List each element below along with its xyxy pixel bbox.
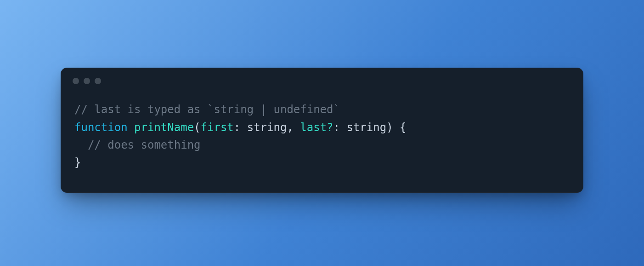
code-paren-close: )	[386, 121, 393, 134]
code-param-last: last?	[300, 121, 333, 134]
code-block: // last is typed as `string | undefined`…	[61, 88, 583, 193]
code-comment-line-1: // last is typed as `string | undefined`	[74, 103, 340, 116]
code-colon: :	[333, 121, 347, 134]
code-brace-close: }	[74, 156, 81, 169]
code-type-string-1: string	[247, 121, 287, 134]
code-comma: ,	[287, 121, 300, 134]
code-function-name: printName	[134, 121, 194, 134]
traffic-light-minimize-icon[interactable]	[84, 78, 90, 84]
code-colon: :	[234, 121, 247, 134]
traffic-light-close-icon[interactable]	[73, 78, 79, 84]
code-paren-open: (	[194, 121, 200, 134]
code-space	[128, 121, 134, 134]
code-type-string-2: string	[346, 121, 386, 134]
code-comment-line-3: // does something	[88, 139, 201, 151]
code-brace-open: {	[400, 121, 406, 134]
traffic-light-zoom-icon[interactable]	[95, 78, 101, 84]
code-keyword-function: function	[74, 121, 128, 134]
code-param-first: first	[201, 121, 234, 134]
window-titlebar	[61, 68, 583, 88]
code-window: // last is typed as `string | undefined`…	[61, 68, 583, 193]
code-space	[393, 121, 400, 134]
